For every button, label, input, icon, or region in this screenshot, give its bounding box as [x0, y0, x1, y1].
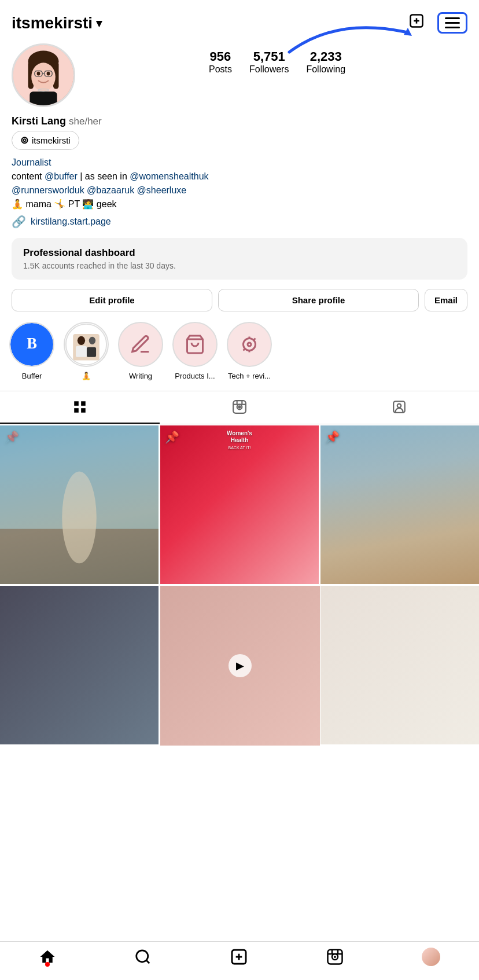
photo-cell[interactable]	[320, 586, 479, 744]
highlight-circle-products	[172, 322, 218, 367]
svg-point-37	[238, 406, 240, 408]
highlight-circle-tech	[227, 322, 272, 367]
nav-home[interactable]	[39, 948, 56, 966]
svg-point-10	[47, 72, 50, 76]
pin-icon: 📌	[325, 430, 340, 444]
nav-reels[interactable]	[326, 948, 344, 966]
highlight-tech[interactable]: Tech + revi...	[227, 322, 272, 380]
svg-point-8	[31, 63, 56, 91]
bio-text: Journalist content @buffer | as seen in …	[12, 156, 467, 211]
svg-point-21	[89, 337, 95, 344]
highlight-circle-writing	[118, 322, 163, 367]
link-icon: 🔗	[12, 215, 26, 229]
svg-line-30	[244, 349, 245, 351]
threads-icon: ⊚	[20, 134, 28, 146]
highlights-row: B Buffer 🧘 Writing	[0, 322, 479, 380]
nav-search[interactable]	[134, 948, 152, 966]
bazaar-link[interactable]: @bazaaruk	[87, 185, 134, 195]
highlight-circle-emoji	[64, 322, 109, 367]
journalist-link[interactable]: Journalist	[12, 157, 51, 167]
pronouns: she/her	[69, 116, 102, 127]
svg-point-9	[37, 72, 40, 76]
svg-line-47	[146, 960, 149, 963]
svg-rect-22	[76, 346, 87, 357]
share-profile-button[interactable]: Share profile	[218, 289, 419, 311]
svg-point-26	[248, 343, 251, 346]
highlight-buffer[interactable]: B Buffer	[9, 322, 54, 380]
bottom-navigation	[0, 941, 479, 980]
svg-line-29	[254, 339, 256, 340]
posts-count: 956	[209, 49, 232, 64]
following-stat[interactable]: 2,233 Following	[306, 49, 345, 75]
full-name: Kirsti Lang	[12, 115, 66, 127]
photo-cell[interactable]: 📌 Women'sHealthBACK AT IT!	[160, 425, 319, 584]
highlight-label-tech: Tech + revi...	[228, 372, 271, 380]
hamburger-line	[445, 22, 460, 24]
svg-rect-34	[81, 408, 86, 413]
following-label: Following	[306, 64, 345, 74]
svg-rect-23	[87, 347, 96, 357]
highlight-label-emoji: 🧘	[82, 372, 91, 380]
add-post-button[interactable]	[406, 10, 427, 35]
followers-count: 5,751	[249, 49, 289, 64]
header-icons	[406, 10, 467, 35]
bio-section: Kirsti Lang she/her ⊚ itsmekirsti Journa…	[0, 107, 479, 229]
avatar[interactable]	[12, 43, 75, 107]
followers-stat[interactable]: 5,751 Followers	[249, 49, 289, 75]
highlight-label-products: Products I...	[175, 372, 215, 380]
photo-cell[interactable]	[0, 586, 159, 744]
menu-button[interactable]	[437, 12, 467, 34]
professional-dashboard[interactable]: Professional dashboard 1.5K accounts rea…	[12, 238, 467, 280]
tab-reels[interactable]	[160, 391, 319, 424]
action-buttons: Edit profile Share profile Email	[0, 289, 479, 311]
nav-profile[interactable]	[422, 948, 440, 966]
runners-world-link[interactable]: @runnersworlduk	[12, 185, 84, 195]
photo-cell[interactable]: 📌	[320, 425, 479, 584]
username-display[interactable]: itsmekirsti ▾	[12, 14, 102, 32]
edit-profile-button[interactable]: Edit profile	[12, 289, 212, 311]
threads-handle: itsmekirsti	[32, 135, 71, 145]
nav-create[interactable]	[230, 948, 248, 966]
buffer-link[interactable]: @buffer	[45, 171, 78, 181]
avatar-image	[13, 45, 73, 105]
highlight-label-writing: Writing	[129, 372, 152, 380]
notification-dot	[45, 962, 50, 967]
highlight-emoji[interactable]: 🧘	[64, 322, 109, 380]
svg-point-46	[137, 950, 148, 962]
sheerluxe-link[interactable]: @sheerluxe	[137, 185, 187, 195]
highlight-label-buffer: Buffer	[22, 372, 42, 380]
svg-rect-33	[74, 408, 79, 413]
womens-health-link[interactable]: @womenshealthuk	[130, 171, 208, 181]
content-tabs	[0, 391, 479, 424]
highlight-writing[interactable]: Writing	[118, 322, 163, 380]
svg-point-53	[334, 956, 336, 958]
hamburger-line	[445, 27, 460, 28]
posts-stat[interactable]: 956 Posts	[209, 49, 232, 75]
svg-text:B: B	[27, 335, 37, 352]
tab-tagged[interactable]	[319, 391, 479, 424]
highlight-products[interactable]: Products I...	[172, 322, 218, 380]
svg-rect-32	[81, 401, 86, 406]
tab-grid[interactable]	[0, 391, 160, 424]
profile-section: 956 Posts 5,751 Followers 2,233 Followin…	[0, 41, 479, 107]
header: itsmekirsti ▾	[0, 0, 479, 41]
photo-cell[interactable]: 📌	[0, 425, 159, 584]
threads-badge[interactable]: ⊚ itsmekirsti	[12, 131, 79, 150]
username-text: itsmekirsti	[12, 14, 93, 32]
svg-point-45	[62, 471, 97, 563]
website-link[interactable]: kirstilang.start.page	[31, 216, 111, 227]
display-name: Kirsti Lang she/her	[12, 115, 467, 127]
website-link-row: 🔗 kirstilang.start.page	[12, 215, 467, 229]
dashboard-title: Professional dashboard	[23, 247, 456, 259]
highlight-circle-buffer: B	[9, 322, 54, 367]
hamburger-line	[445, 17, 460, 19]
photo-grid: 📌 📌 Women'sHealthBACK AT IT! 📌 ▶	[0, 425, 479, 746]
posts-label: Posts	[209, 64, 232, 74]
svg-point-25	[244, 339, 256, 351]
svg-rect-31	[74, 401, 79, 406]
following-count: 2,233	[306, 49, 345, 64]
followers-label: Followers	[249, 64, 289, 74]
play-icon: ▶	[229, 654, 252, 677]
email-button[interactable]: Email	[425, 289, 467, 311]
photo-cell[interactable]: ▶	[160, 586, 320, 746]
